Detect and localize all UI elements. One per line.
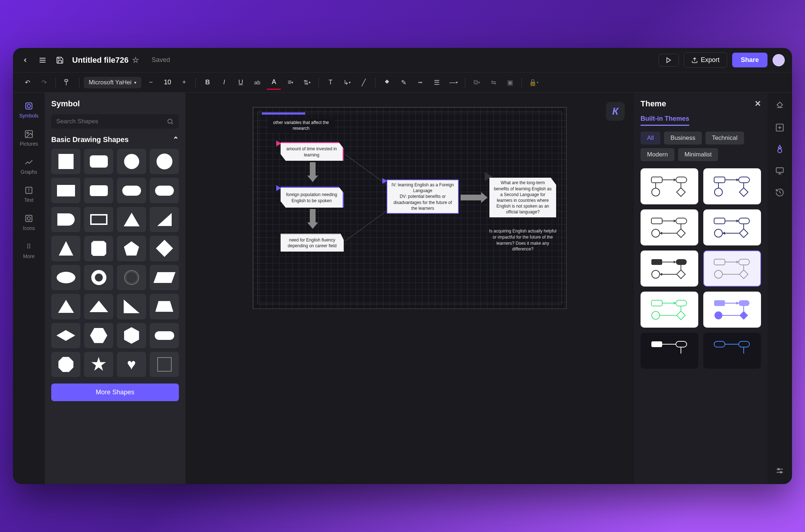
theme-card[interactable] bbox=[641, 209, 698, 245]
canvas-node-4[interactable]: IV: learning English as a Foreign Langua… bbox=[387, 179, 459, 214]
file-name[interactable]: Untitled file726 bbox=[72, 56, 128, 65]
canvas-header-text[interactable]: other variables that affect the research bbox=[268, 118, 334, 133]
shape-category-header[interactable]: Basic Drawing Shapes ⌃ bbox=[51, 135, 179, 144]
theme-card[interactable] bbox=[641, 292, 698, 328]
search-shapes-input[interactable] bbox=[51, 114, 179, 129]
menu-button[interactable] bbox=[38, 55, 48, 65]
rr-theme-icon[interactable] bbox=[774, 143, 786, 155]
shape-rhombus[interactable] bbox=[51, 323, 80, 348]
shape-circle[interactable] bbox=[117, 149, 146, 174]
shape-ellipse[interactable] bbox=[51, 265, 80, 290]
canvas-node-5[interactable]: What are the long-term benefits of learn… bbox=[489, 178, 556, 217]
shape-square[interactable] bbox=[51, 149, 80, 174]
italic-button[interactable]: I bbox=[217, 75, 231, 90]
rr-settings-icon[interactable] bbox=[774, 465, 786, 477]
shape-heart[interactable]: ♥ bbox=[117, 352, 146, 377]
rr-import-icon[interactable] bbox=[774, 121, 786, 134]
canvas-node-1[interactable]: amount of time invested in learning bbox=[281, 142, 344, 161]
theme-card[interactable] bbox=[641, 251, 698, 287]
shape-triangle-iso[interactable] bbox=[51, 236, 80, 261]
theme-card[interactable] bbox=[703, 209, 761, 245]
star-icon[interactable]: ☆ bbox=[132, 56, 139, 65]
shape-hexagon[interactable] bbox=[84, 323, 113, 348]
chip-business[interactable]: Business bbox=[664, 132, 702, 145]
shape-outline-square[interactable] bbox=[150, 352, 179, 377]
group-button[interactable]: ⧉ ▾ bbox=[470, 75, 484, 90]
shape-rect[interactable] bbox=[51, 178, 80, 203]
shape-right-triangle[interactable] bbox=[150, 207, 179, 232]
theme-card[interactable] bbox=[703, 292, 761, 328]
shape-halfround[interactable] bbox=[51, 207, 80, 232]
rr-present-icon[interactable] bbox=[774, 165, 786, 177]
canvas-node-2[interactable]: foreign population needing English to be… bbox=[281, 187, 344, 208]
shape-rect-round[interactable] bbox=[84, 178, 113, 203]
more-shapes-button[interactable]: More Shapes bbox=[51, 384, 179, 401]
shape-pentagon[interactable] bbox=[117, 236, 146, 261]
shape-diamond[interactable] bbox=[150, 236, 179, 261]
underline-button[interactable]: U bbox=[233, 75, 248, 90]
shape-tri-wide[interactable] bbox=[84, 294, 113, 319]
redo-button[interactable]: ↷ bbox=[37, 75, 51, 90]
chip-technical[interactable]: Technical bbox=[705, 132, 744, 145]
lock-button[interactable]: 🔒 ▾ bbox=[526, 75, 541, 90]
shape-donut[interactable] bbox=[84, 265, 113, 290]
shape-ring[interactable] bbox=[117, 265, 146, 290]
shape-triangle[interactable] bbox=[117, 207, 146, 232]
chip-minimalist[interactable]: Minimalist bbox=[678, 148, 718, 161]
theme-card[interactable] bbox=[641, 333, 698, 369]
font-increase-button[interactable]: + bbox=[177, 75, 191, 90]
shape-ellipse-tall[interactable] bbox=[150, 149, 179, 174]
shape-rounded-rect[interactable] bbox=[84, 149, 113, 174]
list-button[interactable]: ☰ bbox=[430, 75, 444, 90]
shape-octagon[interactable] bbox=[51, 352, 80, 377]
shape-tri-right[interactable] bbox=[117, 294, 146, 319]
shape-frame[interactable] bbox=[84, 207, 113, 232]
close-icon[interactable]: ✕ bbox=[755, 99, 761, 108]
fill-button[interactable] bbox=[380, 75, 394, 90]
shape-tri-up[interactable] bbox=[51, 294, 80, 319]
font-family-select[interactable]: Microsoft YaHei ▾ bbox=[84, 77, 141, 88]
shape-oct-rect[interactable] bbox=[84, 236, 113, 261]
save-icon[interactable] bbox=[55, 55, 65, 65]
shape-burst[interactable] bbox=[84, 352, 113, 377]
font-color-button[interactable]: A bbox=[267, 75, 281, 90]
shape-stadium[interactable] bbox=[150, 178, 179, 203]
theme-card[interactable] bbox=[703, 251, 761, 287]
canvas-node-3[interactable]: need for English fluency depending on ca… bbox=[281, 234, 344, 252]
align-button[interactable]: ≡ ▾ bbox=[283, 75, 298, 90]
rail-text[interactable]: TText bbox=[16, 181, 42, 207]
shape-parallelogram[interactable] bbox=[150, 265, 179, 290]
shape-trapezoid[interactable] bbox=[150, 294, 179, 319]
theme-card[interactable] bbox=[703, 333, 761, 369]
bold-button[interactable]: B bbox=[200, 75, 215, 90]
shape-pill[interactable] bbox=[150, 323, 179, 348]
line-spacing-button[interactable]: ⇅ ▾ bbox=[300, 75, 314, 90]
theme-card[interactable] bbox=[703, 168, 761, 204]
rail-pictures[interactable]: Pictures bbox=[16, 125, 42, 150]
rail-symbols[interactable]: Symbols bbox=[16, 97, 42, 122]
avatar[interactable] bbox=[773, 54, 785, 66]
flip-button[interactable]: ⇋ bbox=[486, 75, 501, 90]
connector-button[interactable]: ↳ ▾ bbox=[340, 75, 354, 90]
shape-hexagon-v[interactable] bbox=[117, 323, 146, 348]
rail-graphs[interactable]: Graphs bbox=[16, 153, 42, 178]
chip-modern[interactable]: Modern bbox=[641, 148, 674, 161]
order-button[interactable]: ▣ bbox=[503, 75, 517, 90]
play-button[interactable] bbox=[659, 54, 679, 67]
dash-button[interactable]: ┅ bbox=[413, 75, 427, 90]
theme-card[interactable] bbox=[641, 168, 698, 204]
rr-paint-icon[interactable] bbox=[774, 100, 786, 112]
undo-button[interactable]: ↶ bbox=[20, 75, 35, 90]
back-button[interactable] bbox=[20, 55, 30, 65]
superscript-button[interactable]: ab bbox=[250, 75, 264, 90]
chip-all[interactable]: All bbox=[641, 132, 660, 145]
pen-button[interactable]: ✎ bbox=[396, 75, 411, 90]
shape-capsule[interactable] bbox=[117, 178, 146, 203]
font-size-input[interactable]: 10 bbox=[160, 75, 175, 90]
rail-icons[interactable]: Icons bbox=[16, 209, 42, 235]
share-button[interactable]: Share bbox=[732, 53, 767, 67]
export-button[interactable]: Export bbox=[684, 52, 727, 68]
canvas-note[interactable]: Is acquiring English actually helpful or… bbox=[488, 228, 558, 252]
rr-history-icon[interactable] bbox=[774, 186, 786, 199]
format-painter-button[interactable] bbox=[60, 75, 75, 90]
